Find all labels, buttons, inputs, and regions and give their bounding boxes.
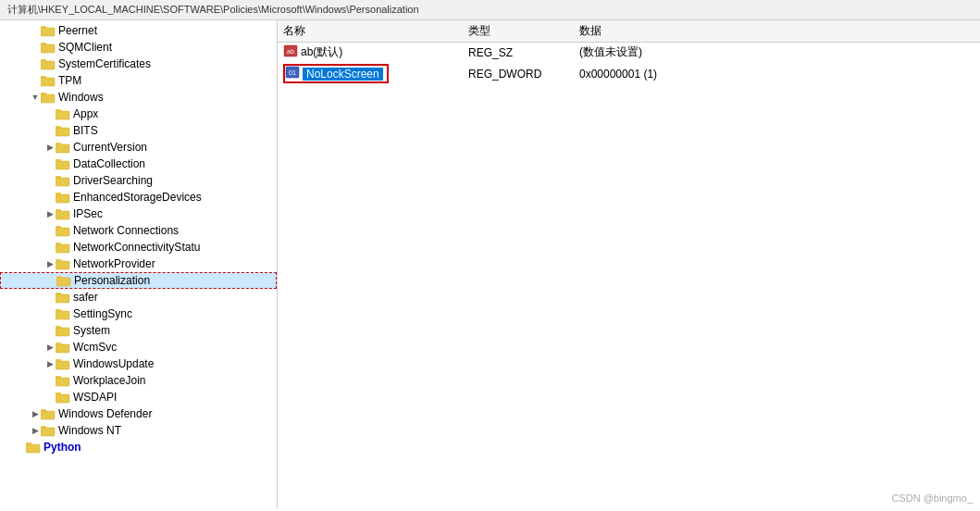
folder-icon-system [56, 324, 70, 337]
tree-item-systemcertificates[interactable]: SystemCertificates [0, 56, 277, 72]
tree-item-networkconnections[interactable]: Network Connections [0, 222, 277, 239]
svg-rect-76 [26, 442, 31, 445]
svg-rect-13 [41, 93, 46, 95]
tree-item-sqmclient[interactable]: SQMClient [0, 39, 277, 56]
tree-item-appx[interactable]: Appx [0, 106, 277, 122]
expander-sqmclient [30, 42, 41, 53]
tree-scroll[interactable]: Peernet SQMClient SystemCertificates TPM… [0, 20, 277, 509]
expander-ipsec[interactable]: ▶ [44, 208, 56, 219]
svg-rect-52 [56, 309, 61, 312]
expander-driversearching [44, 175, 56, 186]
svg-rect-37 [56, 226, 61, 229]
tree-label-system: System [73, 324, 110, 337]
tree-item-wcmsvc[interactable]: ▶ WcmSvc [0, 339, 277, 355]
expander-windows-nt[interactable]: ▶ [30, 425, 41, 436]
svg-rect-43 [56, 259, 61, 262]
tree-label-ipsec: IPSec [73, 207, 103, 220]
expander-windowsupdate[interactable]: ▶ [44, 358, 56, 369]
tree-item-peernet[interactable]: Peernet [0, 22, 277, 39]
folder-icon-networkconnections [56, 224, 70, 237]
tree-item-windows-nt[interactable]: ▶ Windows NT [0, 422, 277, 439]
tree-item-enhancedstoragedevices[interactable]: EnhancedStorageDevices [0, 189, 277, 206]
ab-icon: ab [283, 47, 298, 60]
svg-rect-57 [56, 344, 69, 353]
expander-windows-defender[interactable]: ▶ [30, 408, 41, 419]
tree-item-windows[interactable]: ▼ Windows [0, 89, 277, 106]
folder-icon-windowsupdate [56, 357, 70, 370]
tree-label-networkconnections: Network Connections [73, 224, 179, 237]
expander-systemcertificates [30, 58, 41, 69]
expander-python [15, 442, 26, 453]
tree-label-peernet: Peernet [58, 24, 97, 37]
tree-item-python[interactable]: Python [0, 439, 277, 455]
expander-safer [44, 292, 56, 303]
registry-row-default[interactable]: ab ab(默认)REG_SZ(数值未设置) [278, 43, 980, 63]
svg-rect-64 [56, 376, 61, 379]
registry-table: 名称 类型 数据 ab ab(默认)REG_SZ(数值未设置) 01 NoLoc… [278, 20, 980, 85]
tree-item-windowsupdate[interactable]: ▶ WindowsUpdate [0, 355, 277, 372]
svg-text:ab: ab [287, 48, 294, 55]
svg-rect-15 [56, 111, 69, 119]
folder-icon-networkconnectivitystatu [56, 241, 70, 254]
registry-row-nolockscreen[interactable]: 01 NoLockScreenREG_DWORD0x00000001 (1) [278, 62, 980, 85]
cell-name-default: ab ab(默认) [278, 43, 463, 63]
svg-rect-66 [56, 394, 69, 403]
tree-label-driversearching: DriverSearching [73, 174, 153, 187]
tree-item-datacollection[interactable]: DataCollection [0, 156, 277, 172]
tree-label-python: Python [43, 441, 81, 454]
tree-item-safer[interactable]: safer [0, 289, 277, 305]
tree-label-wsdapi: WSDAPI [73, 391, 117, 404]
cell-data-default: (数值未设置) [574, 43, 980, 63]
folder-icon-systemcertificates [41, 57, 56, 70]
tree-label-sqmclient: SQMClient [58, 41, 112, 54]
value-pane: 名称 类型 数据 ab ab(默认)REG_SZ(数值未设置) 01 NoLoc… [278, 20, 980, 509]
expander-personalization [45, 275, 56, 286]
tree-item-currentversion[interactable]: ▶ CurrentVersion [0, 139, 277, 156]
svg-rect-27 [56, 178, 69, 186]
folder-icon-workplacejoin [56, 374, 70, 387]
col-header-data: 数据 [574, 20, 980, 43]
expander-currentversion[interactable]: ▶ [44, 142, 56, 153]
expander-networkprovider[interactable]: ▶ [44, 258, 56, 269]
svg-rect-21 [56, 144, 69, 153]
path-text: 计算机\HKEY_LOCAL_MACHINE\SOFTWARE\Policies… [7, 4, 419, 15]
expander-wcmsvc[interactable]: ▶ [44, 342, 56, 353]
svg-rect-63 [56, 378, 69, 386]
tree-item-settingsync[interactable]: SettingSync [0, 305, 277, 322]
svg-rect-69 [41, 411, 55, 419]
svg-rect-34 [56, 209, 61, 212]
svg-rect-9 [41, 78, 55, 86]
tree-item-bits[interactable]: BITS [0, 122, 277, 139]
expander-enhancedstoragedevices [44, 192, 56, 203]
tree-item-driversearching[interactable]: DriverSearching [0, 172, 277, 189]
svg-rect-18 [56, 128, 69, 136]
tree-item-personalization[interactable]: Personalization [0, 272, 277, 289]
tree-pane: Peernet SQMClient SystemCertificates TPM… [0, 20, 278, 509]
tree-item-networkconnectivitystatu[interactable]: NetworkConnectivityStatu [0, 239, 277, 256]
folder-icon-wcmsvc [56, 341, 70, 354]
folder-icon-enhancedstoragedevices [56, 191, 70, 204]
expander-windows[interactable]: ▼ [30, 92, 41, 103]
svg-rect-36 [56, 228, 69, 236]
svg-rect-45 [56, 278, 70, 286]
tree-item-windows-defender[interactable]: ▶ Windows Defender [0, 405, 277, 422]
tree-item-networkprovider[interactable]: ▶ NetworkProvider [0, 256, 277, 272]
tree-item-workplacejoin[interactable]: WorkplaceJoin [0, 372, 277, 389]
tree-label-safer: safer [73, 291, 98, 304]
tree-item-wsdapi[interactable]: WSDAPI [0, 389, 277, 405]
svg-rect-31 [56, 193, 61, 195]
svg-rect-24 [56, 161, 69, 169]
expander-bits [44, 125, 56, 136]
svg-text:01: 01 [289, 69, 296, 76]
svg-rect-54 [56, 328, 69, 336]
expander-wsdapi [44, 392, 56, 403]
cell-name-nolockscreen: 01 NoLockScreen [278, 62, 463, 85]
tree-label-personalization: Personalization [74, 274, 150, 287]
tree-item-system[interactable]: System [0, 322, 277, 339]
svg-rect-58 [56, 343, 61, 345]
tree-item-ipsec[interactable]: ▶ IPSec [0, 206, 277, 222]
folder-icon-driversearching [56, 174, 70, 187]
svg-rect-70 [41, 409, 46, 412]
svg-rect-60 [56, 361, 69, 369]
tree-item-tpm[interactable]: TPM [0, 72, 277, 89]
